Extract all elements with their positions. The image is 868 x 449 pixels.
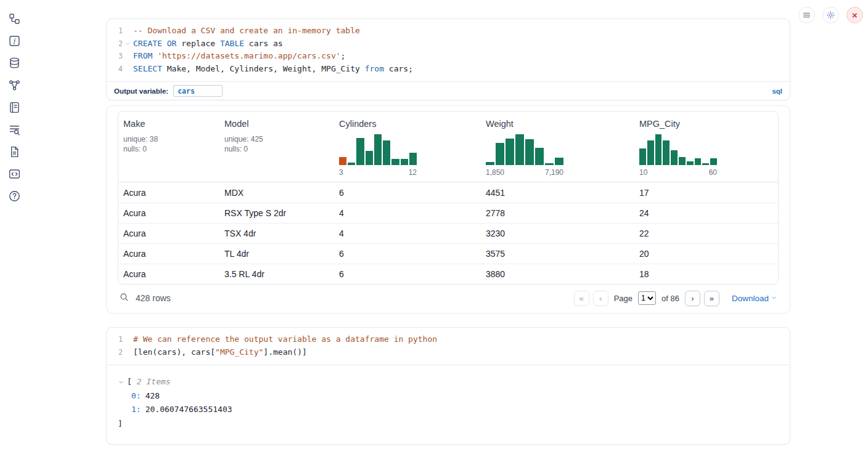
histogram-bar[interactable] [535, 148, 544, 165]
download-button[interactable]: Download [732, 294, 777, 303]
histogram-axis: 1,8507,190 [486, 168, 563, 177]
column-name[interactable]: Make [123, 119, 215, 129]
fold-slot [123, 50, 132, 63]
column-histogram[interactable] [339, 134, 417, 165]
table-output-card: Makeunique: 38nulls: 0Modelunique: 425nu… [106, 105, 790, 313]
table-cell: Acura [118, 188, 219, 198]
code-line[interactable]: 1# We can reference the output variable … [107, 333, 790, 346]
histogram-bar[interactable] [506, 139, 514, 165]
histogram-bar[interactable] [639, 148, 646, 166]
histogram-bar[interactable] [710, 158, 717, 165]
dependency-graph-icon[interactable] [8, 79, 21, 92]
code-line[interactable]: 4SELECT Make, Model, Cylinders, Weight, … [107, 63, 790, 76]
histogram-bar[interactable] [515, 134, 524, 165]
file-explorer-icon[interactable] [8, 12, 21, 25]
table-cell: 2778 [481, 208, 634, 218]
histogram-bar[interactable] [383, 140, 390, 165]
histogram-bar[interactable] [671, 150, 678, 165]
logs-icon[interactable] [8, 123, 21, 136]
histogram-bar[interactable] [356, 138, 364, 165]
code-line[interactable]: 2CREATE OR replace TABLE cars as [107, 38, 790, 51]
table-row[interactable]: AcuraTL 4dr6357520 [118, 243, 778, 264]
column-header-cylinders[interactable]: Cylinders312 [334, 118, 481, 177]
prev-page-button[interactable]: ‹ [593, 291, 608, 306]
column-name[interactable]: Model [224, 119, 329, 129]
shutdown-button[interactable]: × [846, 7, 863, 23]
search-icon[interactable] [119, 292, 129, 304]
column-header-model[interactable]: Modelunique: 425nulls: 0 [219, 118, 334, 177]
code-line-text: [len(cars), cars["MPG_City"].mean()] [132, 346, 307, 359]
settings-button[interactable] [822, 7, 839, 23]
column-header-mpg_city[interactable]: MPG_City1060 [634, 118, 778, 177]
histogram-bar[interactable] [663, 140, 669, 165]
histogram-bar[interactable] [486, 162, 494, 165]
column-stat: nulls: 0 [123, 144, 215, 154]
column-name[interactable]: MPG_City [639, 119, 773, 129]
histogram-bar[interactable] [409, 153, 417, 165]
code-line[interactable]: 1-- Download a CSV and create an in-memo… [107, 25, 790, 38]
first-page-button[interactable]: « [574, 291, 589, 306]
histogram-bar[interactable] [545, 163, 554, 165]
column-name[interactable]: Weight [486, 119, 629, 129]
histogram-bar[interactable] [647, 140, 654, 165]
table-row[interactable]: AcuraTSX 4dr4323022 [118, 223, 778, 243]
column-header-weight[interactable]: Weight1,8507,190 [481, 118, 634, 177]
scratchpad-icon[interactable]: f [8, 34, 21, 47]
table-cell: 6 [334, 188, 481, 198]
histogram-bar[interactable] [366, 151, 373, 165]
histogram-bar[interactable] [555, 158, 563, 166]
table-cell: 3575 [481, 249, 634, 259]
column-histogram[interactable] [486, 134, 563, 165]
pagination: «‹Page1of 86›»Download [574, 291, 777, 306]
column-stat: unique: 425 [224, 134, 329, 144]
output-variable-input[interactable] [173, 85, 223, 97]
table-cell: 18 [634, 269, 778, 279]
notebook-menu-button[interactable] [798, 7, 815, 23]
column-histogram[interactable] [639, 134, 717, 165]
column-name[interactable]: Cylinders [339, 119, 476, 129]
column-stat: nulls: 0 [224, 144, 329, 154]
table-cell: MDX [219, 188, 334, 198]
table-row[interactable]: AcuraRSX Type S 2dr4277824 [118, 203, 778, 223]
histogram-bar[interactable] [655, 134, 662, 165]
sql-code-editor[interactable]: 1-- Download a CSV and create an in-memo… [107, 19, 790, 81]
histogram-bar[interactable] [391, 159, 399, 165]
table-cell: 4 [334, 229, 481, 238]
page-select[interactable]: 1 [638, 291, 656, 305]
code-line-text: # We can reference the output variable a… [132, 333, 437, 346]
histogram-axis: 312 [339, 168, 417, 177]
column-header-make[interactable]: Makeunique: 38nulls: 0 [118, 118, 219, 177]
histogram-bar[interactable] [339, 157, 346, 165]
table-cell: TSX 4dr [219, 229, 334, 238]
histogram-bar[interactable] [695, 158, 702, 165]
documentation-icon[interactable] [8, 145, 21, 158]
histogram-bar[interactable] [401, 159, 408, 165]
tree-root[interactable]: [2 Items [118, 375, 779, 389]
help-icon[interactable] [8, 190, 21, 203]
code-line[interactable]: 3FROM 'https://datasets.marimo.app/cars.… [107, 50, 790, 63]
outline-icon[interactable] [8, 101, 21, 114]
histogram-bar[interactable] [679, 157, 686, 165]
fold-toggle-icon[interactable] [123, 38, 132, 51]
datasources-icon[interactable] [8, 57, 21, 70]
python-code-editor[interactable]: 1# We can reference the output variable … [107, 328, 790, 365]
code-line[interactable]: 2[len(cars), cars["MPG_City"].mean()] [107, 346, 790, 359]
histogram-bar[interactable] [374, 134, 382, 165]
histogram-bar[interactable] [702, 163, 709, 165]
left-icon-rail: f [0, 0, 28, 203]
table-row[interactable]: Acura3.5 RL 4dr6388018 [118, 264, 778, 284]
histogram-bar[interactable] [348, 163, 355, 165]
snippets-icon[interactable] [8, 168, 21, 180]
output-variable-label: Output variable: [114, 87, 168, 95]
histogram-bar[interactable] [525, 139, 534, 165]
tree-collapse-icon[interactable] [118, 379, 125, 386]
notebook-content: 1-- Download a CSV and create an in-memo… [106, 18, 790, 445]
histogram-bar[interactable] [496, 143, 504, 165]
table-cell: TL 4dr [219, 249, 334, 259]
last-page-button[interactable]: » [704, 291, 719, 306]
histogram-bar[interactable] [687, 161, 694, 165]
next-page-button[interactable]: › [685, 291, 700, 306]
table-cell: 6 [334, 269, 481, 279]
table-row[interactable]: AcuraMDX6445117 [118, 182, 778, 203]
notebook-actions: × [798, 7, 863, 23]
